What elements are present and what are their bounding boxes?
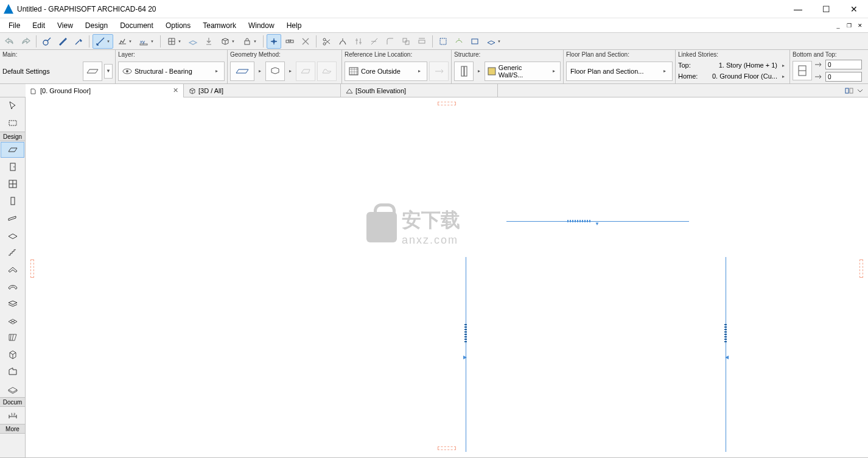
coord-button[interactable]: ▼ — [114, 34, 135, 49]
maximize-button[interactable]: ☐ — [812, 0, 840, 18]
mdi-close[interactable]: ✕ — [855, 21, 866, 30]
geometry-curved[interactable] — [265, 62, 285, 81]
canvas[interactable]: 安下载anxz.com ▼ ▶ ◀ — [26, 97, 868, 457]
linked-home-row[interactable]: Home: 0. Ground Floor (Cu... ▸ — [678, 71, 787, 82]
adjust-button[interactable] — [351, 34, 366, 49]
close-button[interactable]: ✕ — [840, 0, 868, 18]
svg-rect-18 — [464, 66, 467, 76]
measure-button[interactable]: ▼ — [93, 34, 113, 49]
align-button[interactable] — [415, 34, 429, 49]
main-dropdown[interactable]: ▼ — [104, 64, 113, 79]
morph-tool[interactable] — [1, 381, 24, 396]
elevation-icon — [346, 87, 353, 94]
undo-button[interactable] — [2, 34, 17, 49]
refline-button[interactable]: Core Outside ▸ — [345, 62, 427, 81]
intersect-button[interactable] — [367, 34, 382, 49]
ruler-button[interactable]: 12 — [282, 34, 297, 49]
pick-button[interactable] — [40, 34, 54, 49]
window-tool[interactable] — [1, 176, 24, 192]
show-button[interactable] — [467, 34, 482, 49]
svg-rect-22 — [850, 88, 853, 93]
tab-elevation[interactable]: [South Elevation] — [341, 84, 498, 97]
dimension-tool[interactable]: 1.2 — [1, 407, 24, 423]
curtain-tool[interactable] — [1, 329, 24, 345]
tab-3d[interactable]: [3D / All] — [184, 84, 341, 97]
refline-flip — [429, 62, 449, 81]
marquee-tool[interactable] — [1, 115, 24, 131]
wall-icon-button[interactable] — [83, 62, 102, 81]
composite-value: Generic Wall/S... — [499, 64, 548, 79]
info-refline: Reference Line Location: Core Outside ▸ — [342, 50, 452, 83]
skylight-tool[interactable] — [1, 295, 24, 311]
tab1-label: [0. Ground Floor] — [40, 87, 91, 94]
resize-button[interactable] — [399, 34, 413, 49]
tab-overview-icon[interactable] — [845, 86, 853, 95]
menu-edit[interactable]: Edit — [26, 19, 51, 32]
column-tool[interactable] — [1, 193, 24, 209]
arrow-tool[interactable] — [1, 98, 24, 114]
wall-tool[interactable] — [1, 142, 24, 158]
fillet-button[interactable] — [383, 34, 397, 49]
menu-document[interactable]: Document — [114, 19, 159, 32]
layer-value: Structural - Bearing — [135, 68, 192, 75]
menu-window[interactable]: Window — [242, 19, 281, 32]
info-bottomtop: Bottom and Top: — [790, 50, 868, 83]
menu-options[interactable]: Options — [159, 19, 197, 32]
composite-button[interactable]: Generic Wall/S... ▸ — [485, 62, 561, 81]
eyedropper-button[interactable] — [71, 34, 86, 49]
trim-button[interactable] — [320, 34, 334, 49]
menu-teamwork[interactable]: Teamwork — [197, 19, 242, 32]
mdi-restore[interactable]: ❐ — [844, 21, 855, 30]
roof-tool[interactable] — [1, 261, 24, 277]
toolbox-more-button[interactable]: More — [0, 424, 25, 434]
redo-button[interactable] — [18, 34, 33, 49]
edit-button[interactable] — [452, 34, 466, 49]
bottom-offset-input[interactable] — [825, 72, 862, 82]
linked-top-row[interactable]: Top: 1. Story (Home + 1) ▸ — [678, 60, 787, 71]
geometry-straight[interactable] — [230, 62, 254, 81]
snap-off-button[interactable] — [298, 34, 313, 49]
tab-dropdown-icon[interactable] — [856, 86, 864, 95]
menu-help[interactable]: Help — [281, 19, 308, 32]
door-tool[interactable] — [1, 159, 24, 175]
floorplan-button[interactable]: Floor Plan and Section... ▸ — [566, 62, 673, 81]
xy-button[interactable]: xy▼ — [136, 34, 157, 49]
menu-view[interactable]: View — [51, 19, 79, 32]
default-settings-label[interactable]: Default Settings — [2, 68, 81, 75]
beam-tool[interactable] — [1, 210, 24, 226]
zone-tool[interactable] — [1, 364, 24, 379]
snap-button[interactable] — [267, 34, 281, 49]
tab3-label: [South Elevation] — [355, 87, 406, 94]
slab-tool[interactable] — [1, 227, 24, 243]
tab-ground-floor[interactable]: [0. Ground Floor] ✕ — [26, 84, 184, 97]
tab-close-icon[interactable]: ✕ — [173, 86, 178, 94]
menu-design[interactable]: Design — [79, 19, 114, 32]
split-button[interactable] — [335, 34, 350, 49]
grid-button[interactable]: ▼ — [164, 34, 184, 49]
main-area: Design Docum 1.2 More 安下载anxz.com ▼ ▶ ◀ — [0, 97, 868, 457]
mesh-tool[interactable] — [1, 312, 24, 328]
plane-button[interactable] — [186, 34, 200, 49]
3d-button[interactable]: ▼ — [217, 34, 238, 49]
menu-file[interactable]: File — [2, 19, 26, 32]
stair-tool[interactable] — [1, 244, 24, 260]
marquee-3d-button[interactable] — [436, 34, 450, 49]
structure-basic[interactable] — [454, 62, 474, 81]
3d-filter-button[interactable]: ▼ — [483, 34, 504, 49]
lock-button[interactable]: ▼ — [239, 34, 260, 49]
mdi-minimize[interactable]: _ — [833, 21, 844, 30]
info-bottomtop-label: Bottom and Top: — [793, 51, 866, 59]
svg-rect-12 — [440, 38, 446, 44]
shell-tool[interactable] — [1, 278, 24, 294]
object-tool[interactable] — [1, 347, 24, 362]
info-floorplan: Floor Plan and Section: Floor Plan and S… — [564, 50, 676, 83]
elevation-icon[interactable] — [793, 61, 812, 80]
layer-button[interactable]: Structural - Bearing ▸ — [118, 62, 225, 81]
ruler-marker-right — [859, 259, 863, 278]
minimize-button[interactable]: — — [784, 0, 812, 18]
inject-button[interactable] — [55, 34, 70, 49]
gravity-button[interactable] — [201, 34, 216, 49]
eye-icon — [122, 68, 132, 74]
top-offset-input[interactable] — [825, 60, 862, 69]
svg-rect-27 — [11, 197, 15, 205]
